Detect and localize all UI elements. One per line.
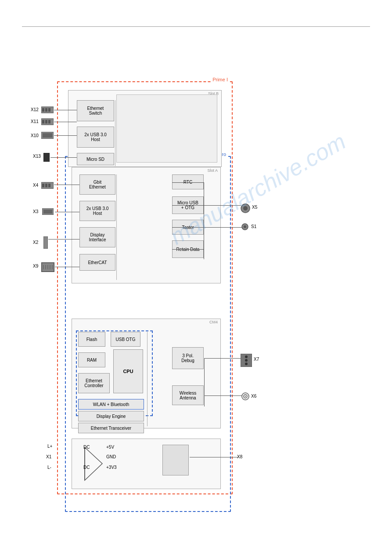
x12-connector-group — [41, 106, 54, 115]
ethernet-switch-block: EthernetSwitch — [77, 100, 114, 121]
svg-rect-3 — [42, 108, 44, 112]
s1-connector — [241, 223, 248, 231]
svg-rect-4 — [45, 108, 47, 112]
line-power-x8 — [190, 457, 238, 457]
wireless-antenna-block: WirelessAntenna — [172, 385, 204, 405]
svg-rect-18 — [43, 210, 52, 214]
svg-point-33 — [245, 359, 248, 362]
hline-retaindata — [172, 249, 204, 250]
vline-slot-b-internal — [115, 100, 115, 166]
cm4-label: CM4 — [209, 320, 218, 324]
ethercat-block: EtherCAT — [79, 254, 115, 271]
line-debug-x7 — [204, 358, 241, 359]
x1-label: X1 — [46, 454, 51, 459]
line-x10-usb — [54, 135, 77, 136]
s1-label: S1 — [251, 224, 256, 229]
svg-rect-7 — [42, 120, 44, 123]
line-microusb-x5 — [204, 205, 241, 206]
x10-connector-group — [41, 132, 54, 140]
svg-rect-5 — [48, 108, 50, 112]
ram-block: RAM — [78, 352, 105, 367]
eth-controller-block: EthernetController — [78, 373, 110, 393]
vline-slot-a-internal — [116, 174, 117, 280]
eth-transceiver-block: Ethernet Transceiver — [78, 423, 144, 433]
svg-rect-16 — [48, 184, 50, 187]
svg-rect-9 — [48, 120, 50, 123]
top-divider — [22, 26, 370, 27]
svg-point-37 — [245, 396, 246, 397]
hline-microusb — [172, 205, 204, 206]
line-antenna-x6 — [204, 395, 242, 396]
usb-otg-block: USB OTG — [111, 332, 140, 347]
x11-label: X11 — [31, 119, 39, 124]
gbit-ethernet-block: GbitEthernet — [79, 174, 115, 195]
page-container: manualarchive.com Prime I Pro Slot B Slo… — [0, 0, 392, 555]
x7-label: X7 — [254, 357, 259, 362]
x11-connector-group — [41, 118, 54, 127]
x6-label: X6 — [251, 394, 256, 399]
line-x9-ethercat — [55, 267, 79, 267]
dc-converter — [81, 444, 105, 483]
dc2-label: DC — [83, 465, 90, 470]
micro-sd-block: Micro SD — [77, 153, 114, 165]
svg-point-30 — [244, 225, 246, 228]
svg-point-32 — [245, 355, 248, 358]
debug-block: 3 Pol.Debug — [172, 347, 204, 369]
usb-host-slotb-block: 2x USB 3.0Host — [77, 127, 114, 148]
line-x2-disp — [48, 239, 79, 239]
x2-connector-group — [43, 236, 48, 250]
usb-host-slota-block: 2x USB 3.0Host — [79, 201, 115, 221]
svg-point-28 — [243, 206, 248, 210]
line-x13-sd — [50, 157, 77, 158]
svg-rect-12 — [43, 153, 50, 162]
x5-label: X5 — [252, 205, 257, 210]
lplus-label: L+ — [47, 444, 52, 449]
x13-label: X13 — [33, 154, 41, 159]
x6-connector — [241, 392, 249, 401]
x13-connector-group — [43, 153, 50, 163]
x9-connector-group — [41, 262, 54, 273]
plus3v3-label: +3V3 — [106, 465, 117, 470]
slot-b-right-area — [116, 94, 217, 163]
rtc-block: RTC — [172, 174, 204, 189]
x12-label: X12 — [31, 107, 39, 112]
lminus-label: L- — [47, 465, 51, 470]
plus5v-label: +5V — [106, 445, 114, 450]
line-taster-s1 — [204, 227, 242, 228]
svg-rect-15 — [45, 184, 47, 187]
prime-label: Prime I — [211, 77, 229, 82]
vline-cm4-right — [204, 358, 205, 406]
x2-label: X2 — [33, 240, 38, 245]
line-x12-eth — [54, 110, 77, 110]
x5-connector — [241, 203, 250, 214]
x7-connector — [241, 354, 252, 368]
svg-point-34 — [245, 363, 248, 365]
x9-label: X9 — [33, 264, 38, 268]
flash-block: Flash — [78, 332, 105, 347]
x4-connector-group — [41, 181, 54, 190]
x3-label: X3 — [33, 209, 38, 214]
cpu-block: CPU — [113, 349, 143, 393]
x10-label: X10 — [31, 133, 39, 138]
slot-a-label: Slot A — [207, 168, 218, 173]
svg-rect-11 — [43, 133, 52, 138]
svg-rect-8 — [45, 120, 47, 123]
dc1-label: DC — [83, 445, 90, 450]
line-x4-gbit — [54, 185, 79, 185]
line-x11-eth — [54, 122, 77, 122]
svg-marker-0 — [85, 447, 102, 480]
hline-taster — [172, 227, 204, 228]
vline-slot-a-right — [204, 182, 204, 259]
hline-rtc — [172, 182, 204, 183]
display-interface-block: DisplayInterface — [79, 227, 115, 247]
display-engine-block: Display Engine — [78, 411, 144, 421]
svg-rect-14 — [42, 184, 44, 187]
power-output-box — [162, 445, 189, 475]
x4-label: X4 — [33, 183, 38, 188]
x3-connector-group — [42, 208, 54, 216]
vline-cm4-internal — [147, 332, 147, 426]
svg-rect-19 — [43, 236, 48, 249]
gnd-label: GND — [106, 454, 116, 459]
wlan-bt-block: WLAN + Bluetooth — [78, 399, 144, 410]
line-x3-usb — [55, 212, 79, 212]
